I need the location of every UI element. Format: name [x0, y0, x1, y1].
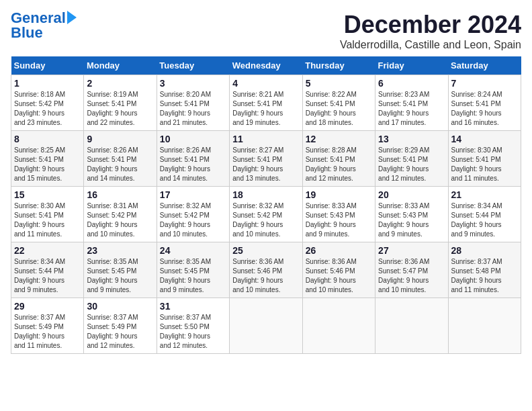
day-info: Sunrise: 8:37 AM Sunset: 5:49 PM Dayligh…	[87, 313, 153, 351]
calendar-cell: 26Sunrise: 8:36 AM Sunset: 5:46 PM Dayli…	[302, 242, 375, 298]
day-number: 24	[160, 245, 226, 256]
day-number: 21	[451, 189, 518, 200]
day-info: Sunrise: 8:35 AM Sunset: 5:45 PM Dayligh…	[87, 257, 153, 295]
day-number: 20	[378, 189, 445, 200]
day-number: 25	[232, 245, 299, 256]
day-info: Sunrise: 8:33 AM Sunset: 5:43 PM Dayligh…	[378, 201, 445, 239]
title-area: December 2024 Valderrodilla, Castille an…	[340, 11, 521, 51]
day-number: 4	[232, 78, 299, 89]
day-info: Sunrise: 8:36 AM Sunset: 5:46 PM Dayligh…	[232, 257, 299, 295]
calendar-cell: 22Sunrise: 8:34 AM Sunset: 5:44 PM Dayli…	[11, 242, 84, 298]
day-number: 22	[14, 245, 81, 256]
calendar-cell: 27Sunrise: 8:36 AM Sunset: 5:47 PM Dayli…	[375, 242, 448, 298]
day-number: 2	[87, 78, 153, 89]
day-info: Sunrise: 8:33 AM Sunset: 5:43 PM Dayligh…	[306, 201, 372, 239]
calendar-cell: 29Sunrise: 8:37 AM Sunset: 5:49 PM Dayli…	[11, 298, 84, 354]
weekday-header-saturday: Saturday	[448, 56, 521, 75]
day-info: Sunrise: 8:32 AM Sunset: 5:42 PM Dayligh…	[160, 201, 226, 239]
day-number: 17	[160, 189, 226, 200]
week-row-1: 1Sunrise: 8:18 AM Sunset: 5:42 PM Daylig…	[11, 75, 521, 131]
calendar-cell: 31Sunrise: 8:37 AM Sunset: 5:50 PM Dayli…	[157, 298, 229, 354]
day-info: Sunrise: 8:37 AM Sunset: 5:49 PM Dayligh…	[14, 313, 81, 351]
day-number: 11	[232, 134, 299, 144]
day-number: 28	[451, 245, 518, 256]
calendar-cell: 25Sunrise: 8:36 AM Sunset: 5:46 PM Dayli…	[230, 242, 302, 298]
calendar-cell: 7Sunrise: 8:24 AM Sunset: 5:41 PM Daylig…	[448, 75, 521, 131]
day-info: Sunrise: 8:36 AM Sunset: 5:47 PM Dayligh…	[378, 257, 445, 295]
logo-arrow-icon	[67, 11, 77, 24]
calendar-cell: 9Sunrise: 8:26 AM Sunset: 5:41 PM Daylig…	[84, 131, 157, 187]
day-info: Sunrise: 8:37 AM Sunset: 5:50 PM Dayligh…	[160, 313, 226, 351]
day-info: Sunrise: 8:34 AM Sunset: 5:44 PM Dayligh…	[14, 257, 81, 295]
calendar-cell: 12Sunrise: 8:28 AM Sunset: 5:41 PM Dayli…	[302, 131, 375, 187]
logo: General Blue	[11, 11, 77, 40]
day-number: 27	[378, 245, 445, 256]
day-info: Sunrise: 8:34 AM Sunset: 5:44 PM Dayligh…	[451, 201, 518, 239]
day-number: 16	[87, 189, 153, 200]
day-number: 18	[232, 189, 299, 200]
day-number: 7	[451, 78, 518, 89]
day-info: Sunrise: 8:21 AM Sunset: 5:41 PM Dayligh…	[232, 90, 299, 128]
calendar-cell: 10Sunrise: 8:26 AM Sunset: 5:41 PM Dayli…	[157, 131, 229, 187]
day-info: Sunrise: 8:35 AM Sunset: 5:45 PM Dayligh…	[160, 257, 226, 295]
calendar-cell	[302, 298, 375, 354]
weekday-header-wednesday: Wednesday	[230, 56, 302, 75]
calendar-cell: 5Sunrise: 8:22 AM Sunset: 5:41 PM Daylig…	[302, 75, 375, 131]
day-info: Sunrise: 8:22 AM Sunset: 5:41 PM Dayligh…	[306, 90, 372, 128]
weekday-header-thursday: Thursday	[302, 56, 375, 75]
day-info: Sunrise: 8:29 AM Sunset: 5:41 PM Dayligh…	[378, 146, 445, 183]
day-number: 19	[306, 189, 372, 200]
calendar-cell	[375, 298, 448, 354]
day-number: 8	[14, 134, 81, 144]
day-info: Sunrise: 8:31 AM Sunset: 5:42 PM Dayligh…	[87, 201, 153, 239]
day-info: Sunrise: 8:19 AM Sunset: 5:41 PM Dayligh…	[87, 90, 153, 128]
calendar-cell: 1Sunrise: 8:18 AM Sunset: 5:42 PM Daylig…	[11, 75, 84, 131]
day-number: 30	[87, 301, 153, 312]
calendar-cell: 28Sunrise: 8:37 AM Sunset: 5:48 PM Dayli…	[448, 242, 521, 298]
calendar-cell	[448, 298, 521, 354]
day-number: 5	[306, 78, 372, 89]
day-info: Sunrise: 8:27 AM Sunset: 5:41 PM Dayligh…	[232, 146, 299, 183]
calendar-cell: 30Sunrise: 8:37 AM Sunset: 5:49 PM Dayli…	[84, 298, 157, 354]
calendar-cell: 3Sunrise: 8:20 AM Sunset: 5:41 PM Daylig…	[157, 75, 229, 131]
day-number: 3	[160, 78, 226, 89]
calendar-cell: 19Sunrise: 8:33 AM Sunset: 5:43 PM Dayli…	[302, 187, 375, 242]
calendar-cell: 2Sunrise: 8:19 AM Sunset: 5:41 PM Daylig…	[84, 75, 157, 131]
day-number: 9	[87, 134, 153, 144]
day-info: Sunrise: 8:26 AM Sunset: 5:41 PM Dayligh…	[160, 146, 226, 183]
day-info: Sunrise: 8:18 AM Sunset: 5:42 PM Dayligh…	[14, 90, 81, 128]
day-info: Sunrise: 8:25 AM Sunset: 5:41 PM Dayligh…	[14, 146, 81, 183]
week-row-5: 29Sunrise: 8:37 AM Sunset: 5:49 PM Dayli…	[11, 298, 521, 354]
day-number: 15	[14, 189, 81, 200]
week-row-2: 8Sunrise: 8:25 AM Sunset: 5:41 PM Daylig…	[11, 131, 521, 187]
calendar-cell: 21Sunrise: 8:34 AM Sunset: 5:44 PM Dayli…	[448, 187, 521, 242]
day-number: 23	[87, 245, 153, 256]
week-row-4: 22Sunrise: 8:34 AM Sunset: 5:44 PM Dayli…	[11, 242, 521, 298]
day-number: 12	[306, 134, 372, 144]
calendar-cell: 13Sunrise: 8:29 AM Sunset: 5:41 PM Dayli…	[375, 131, 448, 187]
calendar-cell: 18Sunrise: 8:32 AM Sunset: 5:42 PM Dayli…	[230, 187, 302, 242]
day-number: 13	[378, 134, 445, 144]
day-info: Sunrise: 8:32 AM Sunset: 5:42 PM Dayligh…	[232, 201, 299, 239]
day-info: Sunrise: 8:20 AM Sunset: 5:41 PM Dayligh…	[160, 90, 226, 128]
day-info: Sunrise: 8:26 AM Sunset: 5:41 PM Dayligh…	[87, 146, 153, 183]
location-subtitle: Valderrodilla, Castille and Leon, Spain	[340, 39, 521, 51]
calendar-cell: 15Sunrise: 8:30 AM Sunset: 5:41 PM Dayli…	[11, 187, 84, 242]
day-number: 14	[451, 134, 518, 144]
day-info: Sunrise: 8:36 AM Sunset: 5:46 PM Dayligh…	[306, 257, 372, 295]
calendar-cell: 14Sunrise: 8:30 AM Sunset: 5:41 PM Dayli…	[448, 131, 521, 187]
day-number: 29	[14, 301, 81, 312]
header: General Blue December 2024 Valderrodilla…	[11, 11, 521, 51]
weekday-header-monday: Monday	[84, 56, 157, 75]
calendar-cell: 6Sunrise: 8:23 AM Sunset: 5:41 PM Daylig…	[375, 75, 448, 131]
calendar-cell: 4Sunrise: 8:21 AM Sunset: 5:41 PM Daylig…	[230, 75, 302, 131]
weekday-header-tuesday: Tuesday	[157, 56, 229, 75]
calendar-cell: 8Sunrise: 8:25 AM Sunset: 5:41 PM Daylig…	[11, 131, 84, 187]
logo-text: General	[11, 11, 66, 26]
day-info: Sunrise: 8:37 AM Sunset: 5:48 PM Dayligh…	[451, 257, 518, 295]
day-info: Sunrise: 8:23 AM Sunset: 5:41 PM Dayligh…	[378, 90, 445, 128]
day-info: Sunrise: 8:24 AM Sunset: 5:41 PM Dayligh…	[451, 90, 518, 128]
calendar-cell: 16Sunrise: 8:31 AM Sunset: 5:42 PM Dayli…	[84, 187, 157, 242]
month-title: December 2024	[340, 11, 521, 39]
week-row-3: 15Sunrise: 8:30 AM Sunset: 5:41 PM Dayli…	[11, 187, 521, 242]
